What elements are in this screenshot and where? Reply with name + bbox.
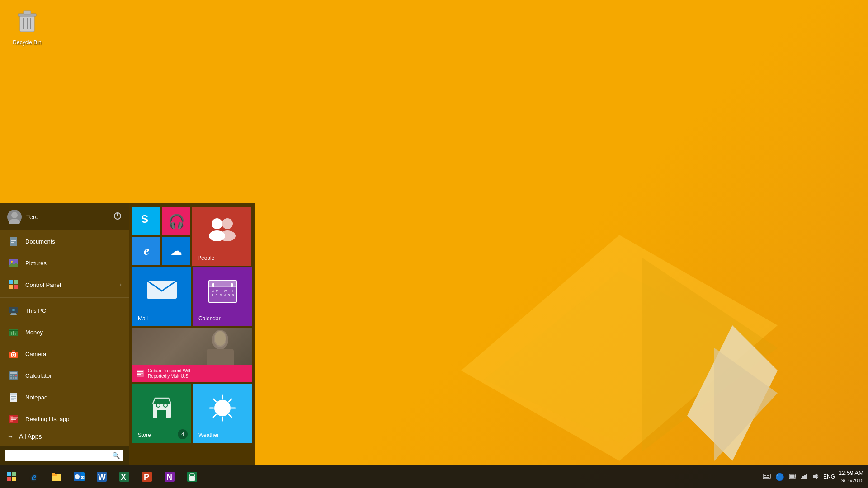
camera-icon <box>7 347 20 360</box>
nav-divider-1 <box>0 297 129 298</box>
svg-point-20 <box>11 261 13 263</box>
control-panel-icon <box>7 278 20 291</box>
svg-rect-43 <box>15 375 17 376</box>
nav-item-this-pc[interactable]: This PC <box>0 300 129 321</box>
svg-line-100 <box>229 399 231 402</box>
notepad-icon <box>7 391 20 404</box>
svg-text:S: S <box>212 289 214 293</box>
taskbar: e ✉ W <box>0 465 868 488</box>
svg-text:P: P <box>144 473 149 482</box>
svg-line-98 <box>213 399 216 402</box>
svg-rect-92 <box>157 410 166 418</box>
search-input[interactable] <box>9 452 109 459</box>
weather-icon <box>208 394 237 425</box>
svg-point-61 <box>222 218 233 229</box>
svg-rect-103 <box>12 472 16 476</box>
start-menu-left: Tero Documents <box>0 203 129 465</box>
svg-text:W: W <box>224 289 227 293</box>
tile-news[interactable]: Cuban President WillReportedly Visit U.S… <box>132 328 252 382</box>
taskbar-store[interactable] <box>181 465 203 488</box>
start-button[interactable] <box>0 465 23 488</box>
documents-icon <box>7 235 20 248</box>
nav-label-notepad: Notepad <box>25 394 47 401</box>
nav-label-money: Money <box>25 329 43 336</box>
svg-rect-16 <box>11 239 16 239</box>
tile-mail-label: Mail <box>136 314 150 324</box>
taskbar-powerpoint[interactable]: P <box>136 465 158 488</box>
search-icon[interactable]: 🔍 <box>112 452 120 459</box>
nav-item-reading-list[interactable]: Reading List app <box>0 408 129 427</box>
svg-rect-40 <box>10 372 17 374</box>
svg-text:1: 1 <box>212 293 214 297</box>
svg-rect-131 <box>790 474 795 478</box>
signal-icon[interactable] <box>801 473 808 481</box>
tiles-row-3: Cuban President WillReportedly Visit U.S… <box>132 328 252 382</box>
svg-point-37 <box>13 354 15 356</box>
volume-icon[interactable] <box>812 473 820 481</box>
tile-news-label: Cuban President WillReportedly Visit U.S… <box>148 368 190 379</box>
taskbar-onenote[interactable]: N <box>158 465 181 488</box>
system-clock[interactable]: 12:59 AM 9/16/2015 <box>839 469 863 483</box>
svg-rect-18 <box>11 242 14 243</box>
svg-rect-135 <box>806 474 807 479</box>
svg-rect-82 <box>207 349 234 365</box>
taskbar-explorer[interactable] <box>45 465 68 488</box>
svg-text:X: X <box>121 473 126 482</box>
nav-item-calculator[interactable]: Calculator <box>0 365 129 386</box>
svg-rect-125 <box>765 475 766 476</box>
search-input-wrap: 🔍 <box>5 450 123 461</box>
svg-rect-132 <box>801 478 802 479</box>
nav-item-control-panel[interactable]: Control Panel › <box>0 274 129 296</box>
bluetooth-icon[interactable]: 🔵 <box>775 473 784 481</box>
tile-mail[interactable]: Mail <box>132 267 191 326</box>
tile-people[interactable]: People <box>192 207 251 266</box>
tile-skype[interactable]: S <box>132 207 160 235</box>
tile-calendar[interactable]: S M T W T F 1 2 3 4 5 6 <box>193 267 252 326</box>
svg-text:✉: ✉ <box>81 475 85 480</box>
svg-text:T: T <box>228 289 230 293</box>
svg-rect-127 <box>768 475 769 476</box>
taskbar-word[interactable]: W <box>90 465 113 488</box>
nav-item-pictures[interactable]: Pictures <box>0 252 129 274</box>
nav-label-this-pc: This PC <box>25 307 46 314</box>
taskbar-outlook[interactable]: ✉ <box>68 465 90 488</box>
tile-store[interactable]: Store 4 <box>132 384 191 443</box>
mail-icon <box>146 278 178 306</box>
power-button[interactable] <box>113 212 122 222</box>
keyboard-icon[interactable] <box>763 473 771 480</box>
recycle-bin[interactable]: Recycle Bin <box>9 9 45 46</box>
svg-rect-38 <box>12 350 15 352</box>
onedrive-icon: ☁ <box>170 244 182 258</box>
nav-item-notepad[interactable]: Notepad <box>0 386 129 408</box>
svg-rect-133 <box>802 476 804 479</box>
nav-label-calculator: Calculator <box>25 372 52 379</box>
tile-ie[interactable]: e <box>132 237 160 265</box>
start-menu-tiles: S 🎧 e <box>129 203 255 465</box>
svg-text:M: M <box>216 289 219 293</box>
tile-weather[interactable]: Weather <box>193 384 252 443</box>
language-indicator[interactable]: ENG <box>823 474 835 480</box>
svg-point-12 <box>9 219 20 224</box>
svg-rect-27 <box>11 313 16 314</box>
battery-icon[interactable] <box>789 473 796 481</box>
nav-item-camera[interactable]: Camera <box>0 343 129 365</box>
tile-music[interactable]: 🎧 <box>162 207 190 235</box>
money-icon <box>7 326 20 338</box>
svg-rect-56 <box>11 419 16 420</box>
taskbar-excel[interactable]: X <box>113 465 136 488</box>
svg-marker-136 <box>813 474 817 479</box>
svg-text:W: W <box>98 473 106 482</box>
tile-onedrive[interactable]: ☁ <box>162 237 190 265</box>
nav-item-money[interactable]: Money <box>0 321 129 343</box>
nav-item-documents[interactable]: Documents <box>0 230 129 252</box>
all-apps-button[interactable]: → All Apps <box>0 427 129 446</box>
user-info: Tero <box>7 210 38 224</box>
svg-rect-108 <box>52 473 55 474</box>
taskbar-ie[interactable]: e <box>23 465 45 488</box>
desktop: Recycle Bin Tero <box>0 0 868 488</box>
svg-rect-102 <box>7 472 11 476</box>
pictures-icon <box>7 257 20 269</box>
svg-rect-50 <box>11 398 16 399</box>
svg-line-101 <box>213 414 216 417</box>
svg-rect-54 <box>11 417 18 418</box>
